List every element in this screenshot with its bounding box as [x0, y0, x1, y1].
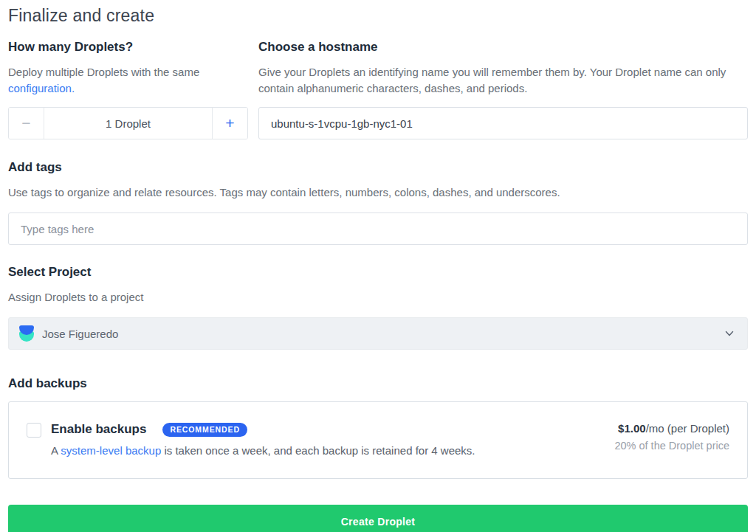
droplet-count-heading: How many Droplets? [8, 40, 248, 55]
minus-icon: − [21, 114, 30, 132]
enable-backups-label[interactable]: Enable backups [51, 422, 146, 437]
tags-input[interactable] [8, 213, 748, 245]
top-section: How many Droplets? Deploy multiple Dropl… [8, 40, 748, 139]
tags-heading: Add tags [8, 160, 748, 175]
hostname-input[interactable] [258, 107, 748, 139]
backups-price-amount: $1.00 [618, 422, 646, 435]
selected-project-name: Jose Figueredo [42, 328, 118, 340]
backups-card: Enable backups RECOMMENDED A system-leve… [8, 401, 748, 479]
project-description: Assign Droplets to a project [8, 289, 748, 305]
decrement-droplets-button[interactable]: − [9, 108, 44, 139]
project-section: Select Project Assign Droplets to a proj… [8, 265, 748, 350]
droplet-count-stepper: − 1 Droplet + [8, 107, 248, 139]
backups-section: Add backups Enable backups RECOMMENDED A… [8, 376, 748, 479]
hostname-heading: Choose a hostname [258, 40, 748, 55]
recommended-badge: RECOMMENDED [162, 423, 247, 437]
backups-price-line: $1.00/mo (per Droplet) [614, 422, 729, 435]
tags-description: Use tags to organize and relate resource… [8, 184, 748, 201]
chevron-down-icon [724, 328, 735, 339]
backups-main: Enable backups RECOMMENDED A system-leve… [51, 422, 475, 457]
backups-heading: Add backups [8, 376, 748, 391]
backups-price: $1.00/mo (per Droplet) 20% of the Drople… [614, 422, 729, 452]
create-droplet-button[interactable]: Create Droplet [8, 505, 748, 532]
finalize-and-create-page: Finalize and create How many Droplets? D… [0, 0, 756, 532]
backups-price-suffix: /mo (per Droplet) [646, 422, 729, 435]
enable-backups-checkbox[interactable] [27, 423, 41, 438]
page-title: Finalize and create [8, 6, 748, 26]
tags-section: Add tags Use tags to organize and relate… [8, 160, 748, 245]
droplet-count-section: How many Droplets? Deploy multiple Dropl… [8, 40, 248, 139]
system-level-backup-link[interactable]: system-level backup [61, 444, 161, 457]
hostname-section: Choose a hostname Give your Droplets an … [258, 40, 748, 139]
hostname-description: Give your Droplets an identifying name y… [258, 64, 748, 97]
droplet-count-value: 1 Droplet [44, 108, 212, 139]
project-select[interactable]: Jose Figueredo [8, 317, 748, 350]
project-heading: Select Project [8, 265, 748, 280]
backups-label-row: Enable backups RECOMMENDED [51, 422, 475, 437]
increment-droplets-button[interactable]: + [212, 108, 247, 139]
backups-description-suffix: is taken once a week, and each backup is… [161, 444, 475, 457]
backups-price-note: 20% of the Droplet price [614, 440, 729, 452]
plus-icon: + [225, 114, 234, 132]
project-icon [19, 325, 34, 342]
configuration-link[interactable]: configuration. [8, 82, 75, 94]
droplet-count-description: Deploy multiple Droplets with the same c… [8, 64, 248, 97]
backups-description: A system-level backup is taken once a we… [51, 444, 475, 457]
droplet-count-description-text: Deploy multiple Droplets with the same [8, 66, 199, 78]
backups-description-prefix: A [51, 444, 61, 457]
